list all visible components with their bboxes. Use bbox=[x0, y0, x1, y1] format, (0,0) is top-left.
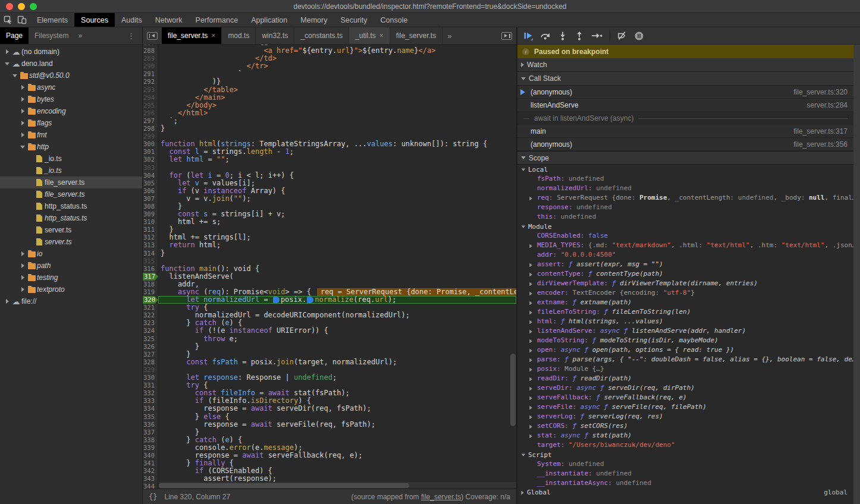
expand-icon[interactable] bbox=[529, 434, 532, 438]
expand-icon[interactable] bbox=[529, 320, 532, 324]
line-number[interactable]: 342 bbox=[143, 467, 158, 475]
frame-location-link[interactable]: file_server.ts:320 bbox=[793, 88, 848, 96]
scope-variable[interactable]: req: ServerRequest {done: Promise, _cont… bbox=[517, 193, 853, 203]
deactivate-breakpoints-button[interactable] bbox=[617, 31, 627, 40]
watch-section-header[interactable]: Watch bbox=[517, 58, 853, 72]
tree-item-file[interactable]: ☁file:// bbox=[0, 295, 142, 307]
pretty-print-button[interactable]: {} bbox=[149, 493, 157, 501]
line-number[interactable]: 314 bbox=[143, 250, 158, 257]
tree-item-http_status.ts[interactable]: http_status.ts bbox=[0, 200, 142, 212]
line-number[interactable]: 338 bbox=[143, 436, 158, 444]
editor-horizontal-scrollbar[interactable] bbox=[159, 482, 516, 489]
scope-variable[interactable]: listenAndServe: async ƒ listenAndServe(a… bbox=[517, 326, 853, 336]
navigator-tab-filesystem[interactable]: Filesystem bbox=[29, 27, 74, 44]
frame-location-link[interactable]: server.ts:284 bbox=[806, 101, 848, 109]
line-number[interactable]: 333 bbox=[143, 397, 158, 405]
scope-section-script[interactable]: Script bbox=[517, 450, 853, 459]
line-number[interactable]: 310 bbox=[143, 218, 158, 226]
scope-variable[interactable]: CORSEnabled: false bbox=[517, 231, 853, 241]
line-number[interactable]: 343 bbox=[143, 475, 158, 483]
navigator-tab-page[interactable]: Page bbox=[0, 27, 29, 44]
line-number[interactable]: 301 bbox=[143, 148, 158, 156]
tree-item-file_server.ts[interactable]: file_server.ts bbox=[0, 177, 142, 188]
step-over-button[interactable] bbox=[540, 31, 551, 40]
callstack-frame[interactable]: (anonymous)file_server.ts:356 bbox=[517, 138, 853, 151]
line-number[interactable]: 302 bbox=[143, 156, 158, 163]
tab-security[interactable]: Security bbox=[334, 13, 373, 27]
scope-variable[interactable]: modeToString: ƒ modeToString(isDir, mayb… bbox=[517, 336, 853, 345]
line-number[interactable]: 304 bbox=[143, 172, 158, 179]
close-tab-icon[interactable]: × bbox=[211, 32, 215, 40]
line-number[interactable]: 292 bbox=[143, 78, 158, 86]
tree-item-http_status.ts[interactable]: http_status.ts bbox=[0, 212, 142, 224]
scope-variable[interactable]: __instantiateAsync: undefined bbox=[517, 478, 853, 488]
line-number[interactable]: 293 bbox=[143, 86, 158, 94]
line-number[interactable]: 291 bbox=[143, 70, 158, 78]
line-number[interactable]: 321 bbox=[143, 304, 158, 311]
tree-item-io[interactable]: io bbox=[0, 248, 142, 260]
scope-variable[interactable]: fileLenToString: ƒ fileLenToString(len) bbox=[517, 307, 853, 317]
scope-variable[interactable]: stat: async ƒ stat(path) bbox=[517, 431, 853, 440]
scope-variable[interactable]: readDir: ƒ readDir(path) bbox=[517, 374, 853, 383]
scope-variable[interactable]: this: undefined bbox=[517, 212, 853, 222]
pause-on-exceptions-button[interactable] bbox=[634, 31, 644, 41]
tree-item-server.ts[interactable]: server.ts bbox=[0, 236, 142, 248]
tab-network[interactable]: Network bbox=[149, 13, 189, 27]
line-number[interactable]: 303 bbox=[143, 164, 158, 172]
scope-variable[interactable]: encoder: TextEncoder {encoding: "utf-8"} bbox=[517, 288, 853, 298]
scope-variable[interactable]: normalizedUrl: undefined bbox=[517, 184, 853, 193]
line-number[interactable]: 327 bbox=[143, 351, 158, 358]
scope-variable[interactable]: MEDIA_TYPES: {.md: "text/markdown", .htm… bbox=[517, 241, 853, 250]
editor-tabs-overflow[interactable]: » bbox=[442, 27, 456, 44]
expand-icon[interactable] bbox=[529, 291, 532, 295]
callstack-frame[interactable]: (anonymous)file_server.ts:320 bbox=[517, 86, 853, 99]
line-number[interactable]: 312 bbox=[143, 234, 158, 241]
tab-memory[interactable]: Memory bbox=[294, 13, 334, 27]
resume-button[interactable] bbox=[523, 31, 533, 40]
tree-item-fmt[interactable]: fmt bbox=[0, 129, 142, 141]
tab-performance[interactable]: Performance bbox=[189, 13, 245, 27]
line-number[interactable]: 330 bbox=[143, 374, 158, 382]
line-number[interactable]: 341 bbox=[143, 459, 158, 467]
line-number[interactable]: 332 bbox=[143, 389, 158, 397]
line-number[interactable]: 334 bbox=[143, 405, 158, 412]
scope-section-module[interactable]: Module bbox=[517, 222, 853, 231]
line-number[interactable]: 337 bbox=[143, 429, 158, 436]
line-number[interactable]: 329 bbox=[143, 366, 158, 374]
expand-icon[interactable] bbox=[529, 424, 532, 429]
code-editor[interactable]: 287 <td>288 <a href="${entry.url}">${ent… bbox=[143, 45, 516, 489]
expand-icon[interactable] bbox=[529, 272, 532, 276]
step-button[interactable] bbox=[591, 31, 602, 40]
expand-icon[interactable] bbox=[529, 377, 532, 381]
callstack-frame[interactable]: listenAndServeserver.ts:284 bbox=[517, 99, 853, 112]
continue-to-here-icon[interactable] bbox=[273, 297, 280, 303]
scope-variable[interactable]: serveFallback: ƒ serveFallback(req, e) bbox=[517, 393, 853, 402]
device-toolbar-icon[interactable] bbox=[17, 15, 27, 24]
step-into-button[interactable] bbox=[558, 31, 567, 40]
line-number[interactable]: 290 bbox=[143, 62, 158, 70]
navigator-tabs-overflow[interactable]: » bbox=[74, 27, 86, 44]
scope-variable[interactable]: target: "/Users/biwanczuk/dev/deno" bbox=[517, 440, 853, 450]
line-number[interactable]: 298 bbox=[143, 125, 158, 133]
source-map-link[interactable]: file_server.ts bbox=[421, 493, 461, 501]
line-number[interactable]: 331 bbox=[143, 382, 158, 389]
line-number[interactable]: 315 bbox=[143, 257, 158, 265]
line-number[interactable]: 299 bbox=[143, 133, 158, 140]
expand-icon[interactable] bbox=[529, 196, 532, 200]
scope-variable[interactable]: response: undefined bbox=[517, 203, 853, 212]
scope-section-local[interactable]: Local bbox=[517, 165, 853, 174]
scope-variable[interactable]: contentType: ƒ contentType(path) bbox=[517, 269, 853, 279]
expand-icon[interactable] bbox=[529, 282, 532, 286]
expand-icon[interactable] bbox=[529, 329, 532, 333]
editor-tab-_constants.ts[interactable]: _constants.ts bbox=[294, 27, 349, 44]
tree-item-deno.land[interactable]: ☁deno.land bbox=[0, 58, 142, 70]
tree-item-textproto[interactable]: textproto bbox=[0, 284, 142, 295]
expand-icon[interactable] bbox=[529, 263, 532, 267]
editor-tab-file_server.ts[interactable]: file_server.ts× bbox=[162, 27, 222, 44]
line-number[interactable]: 307 bbox=[143, 195, 158, 203]
tree-item-encoding[interactable]: encoding bbox=[0, 105, 142, 117]
line-number[interactable]: 308 bbox=[143, 203, 158, 210]
expand-icon[interactable] bbox=[529, 358, 532, 362]
editor-tab-win32.ts[interactable]: win32.ts bbox=[256, 27, 294, 44]
line-number[interactable]: 289 bbox=[143, 55, 158, 62]
